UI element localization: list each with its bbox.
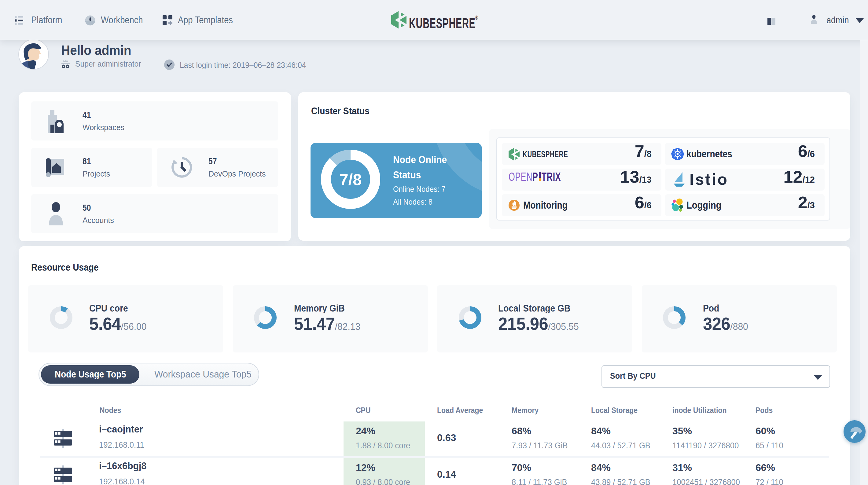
svg-text:7/8: 7/8 [340,171,362,188]
